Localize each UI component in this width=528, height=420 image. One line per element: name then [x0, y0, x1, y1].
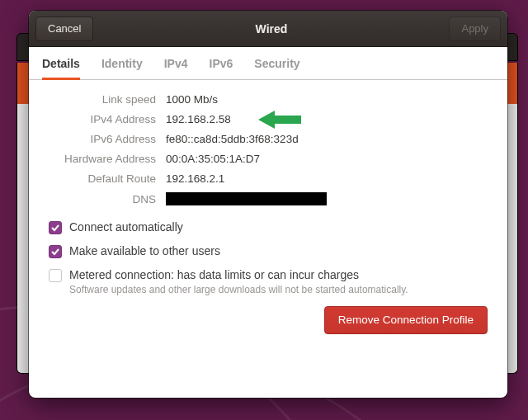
tab-ipv4[interactable]: IPv4	[164, 47, 188, 79]
detail-value-ipv6: fe80::ca8d:5ddb:3f68:323d	[166, 133, 488, 145]
option-all-users[interactable]: Make available to other users	[49, 244, 488, 258]
option-auto-connect[interactable]: Connect automatically	[49, 220, 488, 234]
option-sublabel: Software updates and other large downloa…	[69, 284, 408, 295]
apply-button[interactable]: Apply	[449, 17, 501, 41]
svg-marker-0	[258, 111, 301, 129]
option-label: Connect automatically	[69, 220, 183, 234]
detail-label-ipv6: IPv6 Address	[49, 133, 156, 145]
option-metered[interactable]: Metered connection: has data limits or c…	[49, 268, 488, 295]
option-label: Make available to other users	[69, 244, 220, 258]
network-wired-dialog: Cancel Wired Apply Details Identity IPv4…	[29, 11, 507, 398]
tab-label: Security	[254, 57, 299, 70]
dialog-titlebar: Cancel Wired Apply	[29, 11, 507, 47]
detail-label-dns: DNS	[49, 193, 156, 205]
tab-content-details: Link speed 1000 Mb/s IPv4 Address 192.16…	[29, 80, 507, 398]
checkbox-icon	[49, 269, 62, 282]
dns-redacted-block	[166, 192, 327, 205]
tab-security[interactable]: Security	[254, 47, 299, 79]
cancel-button[interactable]: Cancel	[35, 17, 93, 41]
detail-value-ipv4: 192.168.2.58	[166, 113, 488, 125]
options-block: Connect automatically Make available to …	[49, 220, 488, 295]
detail-label-ipv4: IPv4 Address	[49, 113, 156, 125]
tab-label: IPv6	[210, 57, 233, 70]
tab-label: IPv4	[164, 57, 188, 70]
details-grid: Link speed 1000 Mb/s IPv4 Address 192.16…	[49, 93, 488, 205]
detail-label-default-route: Default Route	[49, 172, 156, 185]
highlight-arrow-icon	[258, 110, 301, 130]
checkbox-icon	[49, 245, 62, 258]
option-label: Metered connection: has data limits or c…	[69, 268, 408, 295]
tab-ipv6[interactable]: IPv6	[210, 47, 233, 79]
detail-value-default-route: 192.168.2.1	[166, 172, 488, 185]
tab-identity[interactable]: Identity	[101, 47, 143, 79]
remove-connection-button[interactable]: Remove Connection Profile	[324, 306, 488, 334]
tab-details[interactable]: Details	[42, 47, 80, 79]
detail-value-hardware: 00:0A:35:05:1A:D7	[166, 153, 488, 165]
option-label-text: Metered connection: has data limits or c…	[69, 268, 359, 281]
dialog-footer: Remove Connection Profile	[49, 306, 488, 334]
tab-label: Details	[42, 57, 80, 70]
dialog-title: Wired	[256, 22, 288, 35]
checkbox-icon	[49, 221, 62, 234]
detail-value-text: 192.168.2.58	[166, 113, 231, 125]
detail-value-dns	[166, 192, 488, 205]
detail-label-hardware: Hardware Address	[49, 153, 156, 165]
tab-label: Identity	[101, 57, 143, 70]
detail-value-link-speed: 1000 Mb/s	[166, 93, 488, 106]
tab-bar: Details Identity IPv4 IPv6 Security	[29, 47, 507, 80]
detail-label-link-speed: Link speed	[49, 93, 156, 106]
